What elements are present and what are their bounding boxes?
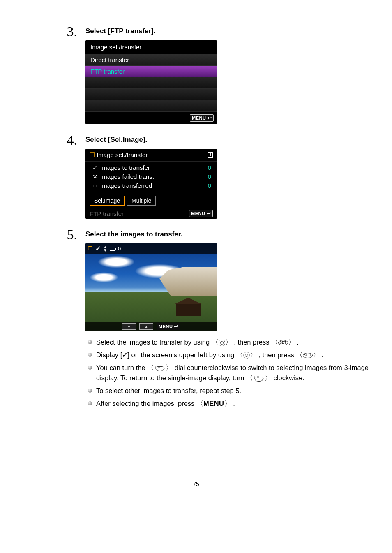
bullet-item: After selecting the images, press 〈MENU〉…	[85, 398, 376, 409]
step-number: 5.	[65, 228, 85, 242]
text-fragment: .	[297, 338, 299, 346]
quick-control-dial-icon	[219, 340, 225, 346]
step-content: Select the images to transfer. ❐ ✓ ▲▼ 0 …	[85, 228, 376, 411]
circle-icon: ○	[91, 182, 99, 189]
menu-item-empty	[85, 77, 217, 89]
angle-close: 〉	[224, 400, 231, 407]
text-fragment: ] on the screen's upper left by using	[127, 351, 236, 359]
row-value: 0	[208, 164, 211, 171]
row-label: Images transferred	[100, 182, 152, 189]
check-icon: ✓	[95, 245, 101, 252]
camera-screen-sel-image: ❐ Image sel./transfer 1 ✓ Images to tran…	[85, 149, 217, 219]
row-label: Images failed trans.	[100, 173, 154, 180]
up-key-icon[interactable]: ▲	[139, 323, 153, 330]
text-fragment: .	[321, 351, 323, 359]
x-icon: ✕	[91, 173, 99, 180]
camera-screen-ftp-menu: Image sel./transfer Direct transfer FTP …	[85, 40, 217, 124]
step-3: 3. Select [FTP transfer]. Image sel./tra…	[16, 25, 376, 126]
bullet-icon	[88, 401, 92, 405]
menu-back-badge[interactable]: MENU ↩	[157, 323, 180, 330]
camera-screen-image-preview: ❐ ✓ ▲▼ 0 ▼ ▲ MENU ↩	[85, 243, 217, 331]
bullet-icon	[88, 353, 92, 357]
angle-close: 〉	[166, 364, 173, 371]
row-label-wrap: ○ Images transferred	[91, 182, 152, 189]
menu-button-icon: MENU	[203, 400, 224, 407]
text-fragment: , then press	[234, 338, 271, 346]
button-row: Sel.Image Multiple	[85, 190, 217, 208]
angle-close: 〉	[265, 374, 272, 382]
house-shape	[176, 303, 201, 316]
multiple-button[interactable]: Multiple	[127, 196, 156, 206]
status-row: ○ Images transferred 0	[85, 181, 217, 190]
text-fragment: , then press	[258, 351, 296, 359]
check-icon: ✓	[91, 164, 99, 171]
return-icon: ↩	[174, 324, 178, 329]
angle-open: 〈	[296, 351, 303, 359]
card-slot-icon: 1	[208, 152, 213, 158]
sel-image-button[interactable]: Sel.Image	[90, 196, 125, 206]
step-content: Select [Sel.Image]. ❐ Image sel./transfe…	[85, 133, 376, 220]
screen-header: ❐ Image sel./transfer 1	[85, 149, 217, 162]
bottom-label: FTP transfer	[90, 210, 124, 217]
step-title: Select [FTP transfer].	[85, 27, 376, 35]
cliff-shape	[159, 267, 217, 296]
angle-close: 〉	[313, 351, 320, 359]
angle-open: 〈	[236, 351, 243, 359]
bullet-text: After selecting the images, press 〈MENU〉…	[96, 398, 376, 409]
menu-back-badge[interactable]: MENU ↩	[190, 114, 214, 122]
step-5: 5. Select the images to transfer. ❐ ✓ ▲▼…	[16, 228, 376, 411]
angle-open: 〈	[246, 374, 253, 382]
step-number: 3.	[65, 25, 85, 39]
bullet-text: To select other images to transfer, repe…	[96, 386, 376, 396]
check-icon: ✓	[122, 350, 127, 360]
status-row: ✓ Images to transfer 0	[85, 163, 217, 172]
bullet-item: To select other images to transfer, repe…	[85, 386, 376, 396]
angle-close: 〉	[288, 338, 295, 346]
screen-bottom: FTP transfer MENU ↩	[85, 208, 217, 219]
menu-item-direct-transfer[interactable]: Direct transfer	[85, 54, 217, 66]
menu-item-ftp-transfer[interactable]: FTP transfer	[85, 66, 217, 77]
text-fragment: .	[233, 400, 235, 407]
menu-back-badge[interactable]: MENU ↩	[189, 210, 213, 217]
step-4: 4. Select [Sel.Image]. ❐ Image sel./tran…	[16, 133, 376, 220]
cloud-shape	[98, 256, 135, 268]
angle-close: 〉	[250, 351, 257, 359]
bullet-icon	[88, 366, 92, 370]
page-number: 75	[16, 481, 376, 487]
bullet-list: Select the images to transfer by using 〈…	[85, 337, 376, 408]
down-key-icon[interactable]: ▼	[122, 323, 136, 330]
copy-icon: ❐	[90, 151, 95, 158]
bullet-item: Select the images to transfer by using 〈…	[85, 337, 376, 347]
updown-icon: ▲▼	[103, 245, 107, 252]
menu-item-empty	[85, 89, 217, 100]
text-fragment: clockwise.	[274, 374, 304, 382]
row-label: Images to transfer	[100, 164, 150, 171]
set-button-icon: SET	[303, 353, 313, 358]
copy-icon: ❐	[88, 245, 93, 252]
row-value: 0	[208, 173, 211, 180]
row-value: 0	[208, 182, 211, 189]
preview-top-overlay: ❐ ✓ ▲▼ 0	[85, 243, 217, 254]
menu-label: MENU	[192, 116, 206, 120]
bullet-icon	[88, 340, 92, 344]
step-title: Select the images to transfer.	[85, 230, 376, 238]
angle-open: 〈	[147, 364, 154, 371]
bullet-text: Select the images to transfer by using 〈…	[96, 337, 376, 347]
status-row: ✕ Images failed trans. 0	[85, 172, 217, 181]
menu-item-empty	[85, 100, 217, 112]
main-dial-icon: ⵑⵑⵑⵑ	[253, 375, 265, 382]
text-fragment: You can turn the	[96, 364, 147, 371]
main-dial-icon: ⵑⵑⵑⵑ	[154, 365, 166, 372]
bullet-item: Display [✓] on the screen's upper left b…	[85, 350, 376, 361]
transfer-count: 0	[118, 245, 121, 252]
screen-title-wrap: ❐ Image sel./transfer	[90, 151, 148, 159]
quick-control-dial-icon	[243, 352, 250, 359]
text-fragment: After selecting the images, press	[96, 400, 196, 407]
screen-title: Image sel./transfer	[97, 151, 148, 158]
step-content: Select [FTP transfer]. Image sel./transf…	[85, 25, 376, 126]
return-icon: ↩	[208, 115, 212, 121]
angle-open: 〈	[212, 338, 219, 346]
transfer-status-icon	[110, 247, 115, 251]
angle-close: 〉	[225, 338, 232, 346]
screen-title: Image sel./transfer	[85, 40, 217, 54]
